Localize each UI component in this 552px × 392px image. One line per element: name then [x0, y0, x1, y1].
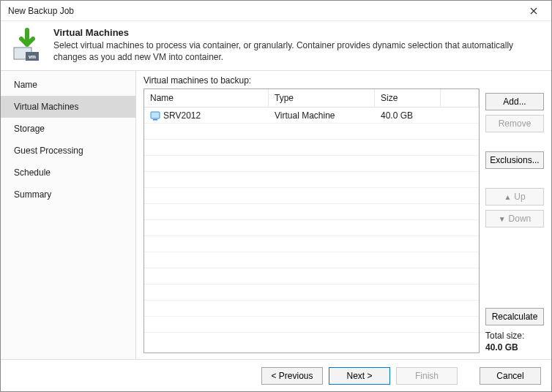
- wizard-step-title: Virtual Machines: [53, 27, 542, 38]
- cancel-button[interactable]: Cancel: [480, 367, 541, 385]
- window-title: New Backup Job: [8, 6, 521, 16]
- table-row: [144, 252, 479, 268]
- wizard-body: Name Virtual Machines Storage Guest Proc…: [1, 70, 551, 359]
- add-button[interactable]: Add...: [485, 93, 544, 110]
- next-button[interactable]: Next >: [329, 367, 390, 385]
- wizard-steps-sidebar: Name Virtual Machines Storage Guest Proc…: [1, 71, 136, 359]
- exclusions-button[interactable]: Exclusions...: [485, 151, 544, 169]
- vm-table-header: Name Type Size: [144, 89, 479, 108]
- table-row: [144, 204, 479, 220]
- sidebar-item-virtual-machines[interactable]: Virtual Machines: [1, 96, 135, 118]
- table-row: [144, 301, 479, 317]
- wizard-window: New Backup Job vm Virtual Machines Selec…: [0, 0, 552, 392]
- sidebar-item-name[interactable]: Name: [1, 74, 135, 96]
- col-name[interactable]: Name: [144, 89, 269, 107]
- table-row: [144, 268, 479, 284]
- vm-table: Name Type Size SRV2012 Virtual Machine: [143, 88, 480, 353]
- table-row: [144, 188, 479, 204]
- up-button[interactable]: ▲Up: [485, 188, 544, 206]
- svg-text:vm: vm: [29, 54, 36, 59]
- titlebar: New Backup Job: [1, 1, 551, 21]
- wizard-step-description: Select virtual machines to process via c…: [53, 39, 542, 63]
- finish-button[interactable]: Finish: [396, 367, 458, 385]
- total-size-block: Total size: 40.0 GB: [485, 330, 544, 353]
- total-size-value: 40.0 GB: [485, 342, 544, 353]
- sidebar-item-storage[interactable]: Storage: [1, 118, 135, 140]
- cell-name: SRV2012: [144, 110, 269, 121]
- vm-table-label: Virtual machines to backup:: [143, 75, 480, 86]
- vm-backup-icon: vm: [10, 27, 45, 62]
- wizard-header-text: Virtual Machines Select virtual machines…: [53, 27, 542, 63]
- sidebar-item-guest-processing[interactable]: Guest Processing: [1, 140, 135, 162]
- down-button[interactable]: ▼Down: [485, 210, 544, 227]
- vm-table-area: Virtual machines to backup: Name Type Si…: [143, 75, 480, 353]
- close-icon: [530, 7, 537, 15]
- wizard-header: vm Virtual Machines Select virtual machi…: [1, 21, 551, 70]
- table-row: [144, 124, 479, 140]
- total-size-label: Total size:: [485, 330, 544, 342]
- cell-type: Virtual Machine: [269, 110, 375, 121]
- vm-icon: [150, 110, 160, 121]
- table-row: [144, 317, 479, 333]
- close-button[interactable]: [521, 1, 547, 20]
- table-row: [144, 156, 479, 172]
- vm-table-body: SRV2012 Virtual Machine 40.0 GB: [144, 108, 479, 353]
- vm-action-buttons: Add... Remove Exclusions... ▲Up ▼Down Re…: [485, 75, 544, 353]
- arrow-down-icon: ▼: [499, 215, 506, 223]
- recalculate-button[interactable]: Recalculate: [485, 308, 544, 325]
- table-row: [144, 140, 479, 156]
- arrow-up-icon: ▲: [504, 193, 511, 201]
- table-row[interactable]: SRV2012 Virtual Machine 40.0 GB: [144, 108, 479, 124]
- svg-rect-3: [151, 112, 160, 118]
- table-row: [144, 236, 479, 252]
- table-row: [144, 172, 479, 188]
- cell-size: 40.0 GB: [375, 110, 441, 121]
- previous-button[interactable]: < Previous: [261, 367, 323, 385]
- col-spacer: [441, 89, 479, 107]
- col-size[interactable]: Size: [375, 89, 441, 107]
- svg-rect-4: [153, 119, 157, 121]
- wizard-footer: < Previous Next > Finish Cancel: [1, 359, 551, 391]
- sidebar-item-schedule[interactable]: Schedule: [1, 162, 135, 184]
- table-row: [144, 220, 479, 236]
- remove-button[interactable]: Remove: [485, 115, 544, 132]
- wizard-main-panel: Virtual machines to backup: Name Type Si…: [136, 71, 551, 359]
- sidebar-item-summary[interactable]: Summary: [1, 184, 135, 206]
- col-type[interactable]: Type: [269, 89, 375, 107]
- cell-name-text: SRV2012: [163, 110, 201, 121]
- table-row: [144, 284, 479, 301]
